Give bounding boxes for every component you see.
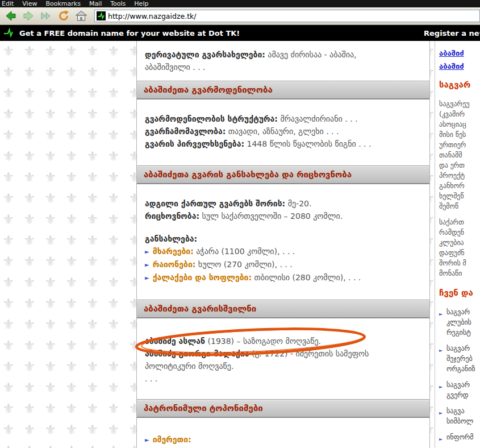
text-segment: განსახლება:: [145, 234, 197, 243]
sidebar-bullet-link[interactable]: ►საგვარგვერდ: [439, 380, 480, 400]
section-header: აბაშიძეთა გვარის განსახლება და რიცხოვნობ…: [137, 165, 429, 184]
menu-item-view[interactable]: View: [22, 0, 37, 7]
sidebar-bullet-link[interactable]: ►საგვარშეჯერებორგანიზ: [439, 343, 480, 374]
text-segment: მრავალძირიანი . . .: [278, 114, 358, 123]
sidebar-list-item[interactable]: ურთიერ: [439, 140, 480, 150]
pattern-ornament-icon: ⚜: [86, 86, 99, 100]
pattern-ornament-icon: ⚜: [86, 107, 99, 121]
pattern-ornament-icon: ⚜: [44, 86, 57, 100]
pattern-ornament-icon: ⚜: [44, 339, 57, 352]
banner-register-link[interactable]: Register a new dom: [424, 29, 480, 38]
sidebar-bullet-link[interactable]: ►საგვასიმბოლ: [439, 406, 480, 426]
text-line: აბაშიძე გიორგი-მალაქია (გ. 1722) - იმერე…: [145, 348, 421, 359]
sidebar-list-item[interactable]: თანამშ: [439, 150, 480, 160]
reload-button[interactable]: [56, 9, 71, 23]
pattern-ornament-icon: ⚜: [65, 360, 78, 374]
pattern-ornament-icon: ⚜: [107, 86, 120, 100]
text-segment: მხარეები:: [153, 247, 194, 256]
home-button[interactable]: [73, 9, 89, 23]
bullet-arrow-icon: ►: [439, 309, 443, 320]
sidebar-list-item[interactable]: შემოწ: [439, 201, 480, 211]
pattern-ornament-icon: ⚜: [107, 444, 120, 448]
sidebar-bullet-line: კლუბის: [446, 317, 480, 327]
sidebar-bullet-line: საგვა: [446, 406, 480, 416]
section-header: აბაშიძეთა გვარისშვილნი: [137, 300, 429, 318]
pattern-ornament-icon: ⚜: [65, 297, 78, 310]
sidebar-list-item[interactable]: კლუბია: [439, 238, 480, 248]
text-segment: გვარმოდენილობის სტრუქტურა:: [145, 114, 278, 123]
sidebar-list-item[interactable]: ხელშეწ: [439, 191, 480, 201]
pattern-ornament-icon: ⚜: [65, 171, 78, 184]
sidebar-bullet-link[interactable]: ►ინფორმ: [439, 432, 480, 442]
back-button[interactable]: [3, 9, 18, 23]
menu-item-mail[interactable]: Mail: [89, 0, 102, 7]
pattern-ornament-icon: ⚜: [44, 171, 57, 184]
pattern-ornament-icon: ⚜: [44, 381, 57, 395]
article-sections: აბაშიძეთა გვარმოდენილობაგვარმოდენილობის …: [137, 81, 429, 448]
text-segment: აჭარა (1100 კომლი), . . .: [194, 247, 295, 256]
back-arrow-icon: [5, 10, 17, 22]
text-segment: (1938) – საზოგადო მოღვაწე.: [205, 337, 321, 346]
pattern-ornament-icon: ⚜: [65, 213, 78, 226]
sidebar-top-links: აბაშიძაბაშიძ: [439, 49, 480, 70]
pattern-ornament-icon: ⚜: [107, 213, 120, 226]
pattern-ornament-icon: ⚜: [44, 255, 57, 268]
sidebar-list-item[interactable]: მისი წეს: [439, 130, 480, 140]
sidebar-bullet-links: ►საგვარკლუბისრეგისტ►საგვარშეჯერებორგანიზ…: [439, 307, 480, 442]
sidebar-list-item[interactable]: საქართ: [439, 217, 480, 227]
bullet-arrow-icon: ►: [145, 275, 149, 281]
pattern-ornament-icon: ⚜: [86, 65, 99, 79]
pattern-ornament-icon: ⚜: [107, 339, 120, 352]
highlighted-entry: აბაშიძე ასლან (1938) – საზოგადო მოღვაწე.: [145, 335, 321, 347]
text-line: გვარის პირველხსენება: 1448 წლის წყალობის…: [145, 138, 421, 150]
text-segment: ამავე ძირისაა - აბაშია,: [265, 50, 357, 59]
pattern-ornament-icon: ⚜: [23, 44, 36, 58]
pattern-ornament-icon: ⚜: [44, 444, 57, 448]
pattern-ornament-icon: ⚜: [107, 65, 120, 79]
menu-item-help[interactable]: Help: [134, 0, 148, 7]
sidebar-list-item[interactable]: შორის მ: [439, 258, 480, 268]
sidebar-list-item[interactable]: რამდენ: [439, 227, 480, 238]
forward-button[interactable]: [20, 9, 36, 23]
sidebar-list-item[interactable]: ასოციაც: [439, 119, 480, 130]
sidebar-link[interactable]: აბაშიძ: [439, 62, 480, 70]
pattern-ornament-icon: ⚜: [65, 318, 78, 331]
home-icon: [75, 10, 87, 22]
dottk-logo-icon: [3, 27, 15, 39]
text-segment: პოლიტიკური მოღვაწე.: [145, 362, 233, 371]
pattern-ornament-icon: ⚜: [86, 360, 99, 374]
pattern-ornament-icon: ⚜: [44, 360, 57, 374]
bullet-arrow-icon: ►: [145, 262, 149, 268]
dottk-banner[interactable]: Get a FREE domain name for your website …: [0, 25, 480, 41]
pattern-ornament-icon: ⚜: [65, 192, 78, 205]
url-text[interactable]: http://www.nazgaidze.tk/: [108, 12, 197, 20]
pattern-ornament-icon: ⚜: [23, 318, 36, 331]
menu-item-bookmarks[interactable]: Bookmarks: [45, 0, 80, 7]
menu-item-edit[interactable]: Edit: [2, 0, 14, 7]
forward-skip-button[interactable]: [38, 9, 53, 23]
forward-arrow-icon: [22, 10, 35, 22]
sidebar-list-item[interactable]: დაფუძნ: [439, 248, 480, 258]
sidebar-bullet-line: ორგანიზ: [446, 364, 480, 374]
sidebar-list-item[interactable]: (კვამირ: [439, 109, 480, 119]
text-line: . . .: [145, 373, 421, 384]
sidebar-list-item[interactable]: განხორ: [439, 181, 480, 191]
pattern-ornament-icon: ⚜: [2, 150, 15, 163]
url-bar[interactable]: http://www.nazgaidze.tk/: [94, 10, 480, 22]
menu-item-tools[interactable]: Tools: [110, 0, 126, 7]
sidebar-link[interactable]: აბაშიძ: [439, 49, 480, 57]
sidebar-list-item[interactable]: და ერთ: [439, 160, 480, 171]
pattern-ornament-icon: ⚜: [23, 171, 36, 184]
pattern-ornament-icon: ⚜: [2, 339, 15, 352]
pattern-ornament-icon: ⚜: [2, 423, 15, 437]
pattern-ornament-icon: ⚜: [86, 192, 99, 205]
sidebar-list-item[interactable]: საგვარეუ: [439, 99, 480, 109]
sidebar-list-item[interactable]: მონაწი: [439, 268, 480, 279]
pattern-ornament-icon: ⚜: [2, 444, 15, 448]
text-segment: (გ. 1722) - იმერეთის სამეფოს: [249, 349, 369, 358]
sidebar-list-item[interactable]: პროექტ: [439, 171, 480, 181]
sidebar-list-2: საქართრამდენკლუბიადაფუძნშორის მმონაწი: [439, 217, 480, 279]
pattern-ornament-icon: ⚜: [65, 86, 78, 100]
sidebar-bullet-line: საგვარ: [446, 307, 480, 317]
sidebar-bullet-link[interactable]: ►საგვარკლუბისრეგისტ: [439, 307, 480, 338]
